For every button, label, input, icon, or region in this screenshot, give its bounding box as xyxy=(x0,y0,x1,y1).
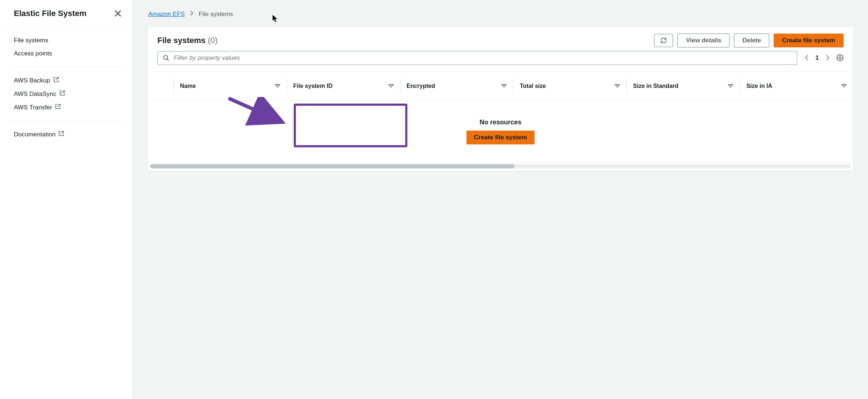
sidebar-item-file-systems[interactable]: File systems xyxy=(9,34,124,47)
breadcrumb: Amazon EFS File systems xyxy=(148,10,853,18)
nav-section-services: AWS Backup AWS DataSync AWS Transfer xyxy=(9,67,124,121)
chevron-right-icon xyxy=(825,54,830,61)
sidebar-title: Elastic File System xyxy=(14,9,86,18)
horizontal-scrollbar[interactable] xyxy=(150,164,851,168)
delete-button[interactable]: Delete xyxy=(734,34,769,47)
nav-section-main: File systems Access points xyxy=(9,27,124,67)
chevron-right-icon xyxy=(190,10,193,18)
sidebar-item-label: File systems xyxy=(14,37,48,44)
column-label: Total size xyxy=(520,83,546,89)
column-total-size[interactable]: Total size xyxy=(513,72,626,100)
sort-icon xyxy=(615,83,620,89)
empty-message: No resources xyxy=(480,119,521,126)
column-file-system-id[interactable]: File system ID xyxy=(287,72,400,100)
column-label: Encrypted xyxy=(407,83,435,89)
sort-icon xyxy=(388,83,394,89)
panel-header: File systems (0) View details Delete Cre… xyxy=(148,27,853,51)
sort-icon xyxy=(728,83,733,89)
panel-title: File systems (0) xyxy=(157,36,218,45)
refresh-button[interactable] xyxy=(654,34,673,47)
panel-actions: View details Delete Create file system xyxy=(654,34,844,47)
nav-section-docs: Documentation xyxy=(9,121,124,148)
search-icon xyxy=(163,55,169,61)
create-file-system-button[interactable]: Create file system xyxy=(774,34,844,47)
sidebar-item-label: AWS Backup xyxy=(14,77,50,84)
annotation-arrow-icon xyxy=(228,97,286,126)
pagination: 1 xyxy=(805,54,844,62)
sidebar-item-label: AWS Transfer xyxy=(14,104,52,111)
sidebar-item-aws-transfer[interactable]: AWS Transfer xyxy=(9,101,124,114)
svg-point-0 xyxy=(164,55,168,59)
next-page-button[interactable] xyxy=(825,54,830,62)
column-name[interactable]: Name xyxy=(173,72,287,100)
column-label: File system ID xyxy=(293,83,333,89)
page-number: 1 xyxy=(816,54,819,62)
external-link-icon xyxy=(55,104,61,111)
table-wrap: Name File system ID Encrypted Total size xyxy=(148,71,853,171)
sidebar-item-access-points[interactable]: Access points xyxy=(9,47,124,60)
sidebar-item-aws-backup[interactable]: AWS Backup xyxy=(9,74,124,87)
external-link-icon xyxy=(58,131,64,138)
sidebar-header: Elastic File System xyxy=(0,0,133,27)
scrollbar-thumb[interactable] xyxy=(150,164,515,168)
column-label: Size in Standard xyxy=(633,83,678,89)
file-systems-panel: File systems (0) View details Delete Cre… xyxy=(148,27,853,171)
sort-icon xyxy=(501,83,507,89)
settings-button[interactable] xyxy=(836,54,844,62)
main-content: Amazon EFS File systems File systems (0) xyxy=(133,0,868,399)
breadcrumb-root-link[interactable]: Amazon EFS xyxy=(148,11,185,18)
chevron-left-icon xyxy=(805,54,809,61)
column-label: Name xyxy=(180,83,196,89)
annotation-box xyxy=(294,104,407,147)
view-details-button[interactable]: View details xyxy=(677,34,730,47)
column-size-ia[interactable]: Size in IA xyxy=(740,72,853,100)
sidebar-item-documentation[interactable]: Documentation xyxy=(9,128,124,141)
close-icon[interactable] xyxy=(114,9,122,18)
sidebar-item-label: AWS DataSync xyxy=(14,90,56,98)
prev-page-button[interactable] xyxy=(805,54,809,62)
external-link-icon xyxy=(59,90,65,98)
filter-row: 1 xyxy=(148,51,853,71)
column-label: Size in IA xyxy=(746,83,772,89)
panel-title-text: File systems xyxy=(157,36,206,45)
sidebar: Elastic File System File systems Access … xyxy=(0,0,133,399)
svg-point-1 xyxy=(839,57,841,58)
breadcrumb-current: File systems xyxy=(199,11,233,18)
column-encrypted[interactable]: Encrypted xyxy=(400,72,513,100)
table-header-row: Name File system ID Encrypted Total size xyxy=(148,71,853,101)
column-size-standard[interactable]: Size in Standard xyxy=(626,72,740,100)
sort-icon xyxy=(275,83,280,89)
empty-create-button[interactable]: Create file system xyxy=(466,131,535,144)
column-select-all[interactable] xyxy=(148,72,173,100)
sidebar-item-aws-datasync[interactable]: AWS DataSync xyxy=(9,87,124,101)
sort-icon xyxy=(841,83,847,89)
refresh-icon xyxy=(660,37,667,44)
external-link-icon xyxy=(53,77,59,84)
filter-input[interactable] xyxy=(174,54,792,62)
sidebar-item-label: Access points xyxy=(14,50,52,57)
panel-count: (0) xyxy=(208,36,218,45)
empty-state: No resources Create file system xyxy=(148,101,853,163)
gear-icon xyxy=(836,54,844,61)
filter-box[interactable] xyxy=(157,51,797,65)
sidebar-item-label: Documentation xyxy=(14,131,55,138)
